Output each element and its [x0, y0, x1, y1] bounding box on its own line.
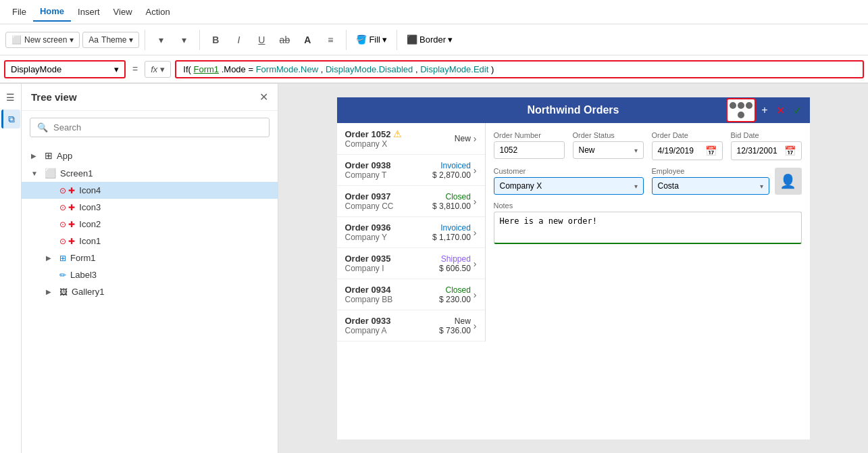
tree-search-box[interactable]: 🔍 [30, 118, 270, 137]
tree-item-icon1[interactable]: ⊙ ✚ Icon1 [22, 233, 278, 249]
order-date-input[interactable]: 4/19/2019 📅 [652, 141, 723, 160]
order-title: Order 0935 [345, 254, 437, 264]
order-status: Closed [432, 192, 471, 201]
menu-action[interactable]: Action [139, 3, 177, 21]
fx-button[interactable]: fx ▾ [145, 61, 171, 78]
menu-insert[interactable]: Insert [71, 3, 107, 21]
form-row-1: Order Number Order Status New ▾ Order Da… [494, 131, 802, 160]
icon-type: ⊙ ✚ [59, 186, 75, 195]
tree-item-label: Icon3 [79, 202, 268, 212]
theme-icon: Aa [88, 35, 99, 45]
dot [738, 102, 744, 109]
formula-text: If( Form1 .Mode = FormMode.New , Display… [183, 64, 494, 74]
tree-item-label: Screen1 [60, 168, 257, 178]
new-screen-icon: ⬜ [11, 35, 22, 45]
layers-icon[interactable]: ⧉ [1, 110, 20, 128]
calendar-icon[interactable]: 📅 [705, 145, 717, 156]
delete-icon[interactable]: 🗑 [261, 169, 268, 177]
order-status-select[interactable]: New ▾ [573, 141, 644, 159]
tree-item-icon2[interactable]: ⊙ ✚ Icon2 [22, 216, 278, 233]
icon-type: ⊙ ✚ [59, 220, 75, 229]
gallery-item[interactable]: Order 0937 Company CC Closed $ 3,810.00 … [337, 186, 485, 217]
form-icon: ⊞ [59, 254, 66, 263]
employee-value: Costa [658, 181, 760, 191]
align-button[interactable]: ≡ [320, 30, 340, 50]
font-color-button[interactable]: A [297, 30, 317, 50]
delete-icon[interactable]: 🗑 [261, 187, 268, 195]
separator [145, 30, 145, 50]
tree-item-app[interactable]: ▶ ⊞ App 🗑 [22, 147, 278, 164]
separator3 [346, 30, 347, 50]
tree-item-screen1[interactable]: ▼ ⬜ Screen1 🗑 [22, 164, 278, 182]
tree-item-gallery1[interactable]: ▶ 🖼 Gallery1 [22, 283, 278, 300]
fill-dropdown[interactable]: 🪣 Fill ▾ [352, 32, 391, 47]
close-icon-button[interactable]: ✕ [773, 101, 788, 120]
calendar-icon[interactable]: 📅 [784, 145, 796, 156]
add-icon-button[interactable]: + [759, 101, 770, 119]
tree-panel: Tree view ✕ 🔍 ▶ ⊞ App 🗑 ▼ ⬜ Screen1 🗑 [22, 84, 278, 453]
border-icon: ⬛ [407, 34, 417, 45]
tree-item-label3[interactable]: ✏ Label3 [22, 266, 278, 283]
hamburger-icon[interactable]: ☰ [1, 88, 20, 107]
dropdown-btn-1[interactable]: ▾ [151, 30, 171, 50]
gallery-item-info: Order 0935 Company I [345, 254, 437, 273]
gallery-item[interactable]: Order 0938 Company T Invoiced $ 2,870.00… [337, 155, 485, 186]
gallery-item[interactable]: Order 0935 Company I Shipped $ 606.50 › [337, 248, 485, 279]
chevron-down-icon: ▾ [382, 34, 387, 45]
border-dropdown[interactable]: ⬛ Border ▾ [403, 32, 457, 47]
order-date-label: Order Date [652, 131, 723, 139]
new-screen-button[interactable]: ⬜ New screen ▾ [5, 32, 80, 48]
underline-button[interactable]: U [251, 30, 272, 50]
delete-icon[interactable]: 🗑 [261, 151, 268, 160]
italic-button[interactable]: I [228, 30, 249, 50]
app-body: Order 1052 ⚠ Company X New › Order 0938 … [337, 123, 810, 341]
theme-button[interactable]: Aa Theme ▾ [82, 32, 139, 48]
order-status: Invoiced [432, 223, 471, 233]
tree-item-form1[interactable]: ▶ ⊞ Form1 [22, 249, 278, 266]
menu-view[interactable]: View [107, 3, 139, 21]
company-name: Company Y [345, 233, 430, 242]
gallery-item[interactable]: Order 0933 Company A New $ 736.00 › [337, 310, 485, 341]
bold-button[interactable]: B [205, 30, 226, 50]
menu-bar: File Home Insert View Action [0, 0, 868, 24]
formula-input[interactable]: If( Form1 .Mode = FormMode.New , Display… [175, 60, 864, 78]
employee-field: Employee Costa ▾ 👤 [652, 167, 802, 195]
company-name: Company X [345, 139, 452, 149]
company-name: Company T [345, 170, 430, 180]
equals-sign: = [130, 64, 141, 74]
order-title: Order 1052 [345, 129, 391, 139]
close-icon[interactable]: ✕ [259, 91, 268, 103]
bid-date-input[interactable]: 12/31/2001 📅 [731, 141, 802, 160]
tree-item-label: App [57, 151, 257, 161]
order-number-input[interactable] [494, 141, 565, 159]
order-status: Shipped [439, 254, 471, 264]
check-icon-button[interactable]: ✓ [790, 101, 805, 120]
search-input[interactable] [53, 122, 262, 133]
menu-home[interactable]: Home [33, 2, 71, 22]
order-status-label: Order Status [573, 131, 644, 139]
employee-select-wrapper: Employee Costa ▾ [652, 167, 769, 195]
menu-file[interactable]: File [5, 3, 33, 21]
chevron-right-icon: › [474, 196, 477, 207]
order-info-right: Closed $ 3,810.00 [432, 192, 471, 211]
dropdown-btn-2[interactable]: ▾ [174, 30, 194, 50]
separator2 [199, 30, 200, 50]
gallery-item[interactable]: Order 0934 Company BB Closed $ 230.00 › [337, 279, 485, 310]
icon-type: ⊙ ✚ [59, 203, 75, 212]
notes-textarea[interactable]: Here is a new order! [494, 212, 802, 244]
tree-item-icon3[interactable]: ⊙ ✚ Icon3 [22, 199, 278, 216]
gallery-item[interactable]: Order 1052 ⚠ Company X New › [337, 123, 485, 155]
employee-select[interactable]: Costa ▾ [652, 177, 769, 195]
icon-type: ⊙ ✚ [59, 237, 75, 246]
customer-select[interactable]: Company X ▾ [494, 177, 644, 195]
tree-item-icon4[interactable]: ⊙ ✚ Icon4 🗑 [22, 182, 278, 199]
strikethrough-button[interactable]: ab [274, 30, 295, 50]
order-status: Invoiced [432, 161, 471, 170]
tree-items: ▶ ⊞ App 🗑 ▼ ⬜ Screen1 🗑 ⊙ ✚ Icon4 [22, 144, 278, 453]
screen-icon: ⬜ [45, 168, 56, 178]
form-row-3: Notes Here is a new order! [494, 201, 802, 246]
bid-date-value: 12/31/2001 [737, 146, 782, 156]
gallery-item[interactable]: Order 0936 Company Y Invoiced $ 1,170.00… [337, 217, 485, 248]
property-selector[interactable]: DisplayMode ▾ [4, 60, 126, 78]
icon4-selected[interactable] [726, 98, 756, 122]
